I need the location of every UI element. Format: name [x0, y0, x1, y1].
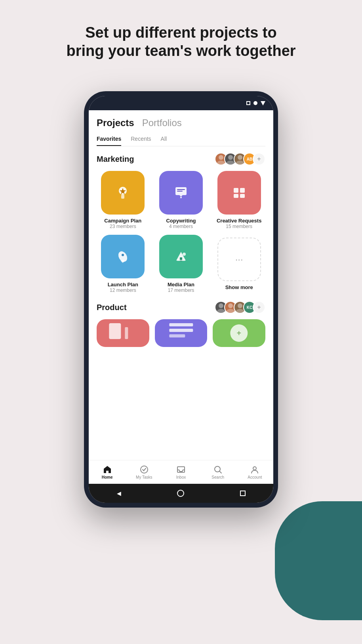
- svg-point-26: [219, 303, 223, 308]
- project-members-copywriting: 4 members: [169, 224, 193, 229]
- nav-home[interactable]: Home: [89, 460, 126, 484]
- avatar-group-product: KC +: [215, 301, 265, 314]
- subtab-recents[interactable]: Recents: [131, 136, 151, 146]
- main-tabs: Projects Portfolios: [97, 117, 265, 130]
- phone-device: Projects Portfolios Favorites Recents Al…: [84, 91, 278, 508]
- project-members-launch-plan: 12 members: [110, 288, 136, 293]
- svg-rect-16: [234, 194, 238, 198]
- show-more-label: Show more: [225, 284, 253, 290]
- section-marketing: Marketing: [97, 153, 265, 293]
- svg-point-30: [238, 303, 242, 308]
- project-icon-creative-requests: [217, 171, 261, 215]
- status-icon-dot: [253, 101, 257, 105]
- project-icon-copywriting: [159, 171, 203, 215]
- section-title-marketing: Marketing: [97, 155, 134, 164]
- svg-point-3: [227, 161, 234, 165]
- svg-rect-10: [177, 189, 185, 190]
- svg-rect-17: [240, 194, 245, 198]
- phone-screen: Projects Portfolios Favorites Recents Al…: [89, 96, 273, 503]
- svg-point-2: [228, 155, 233, 160]
- nav-inbox[interactable]: Inbox: [162, 460, 199, 484]
- project-name-creative-requests: Creative Requests: [217, 218, 261, 224]
- project-name-copywriting: Copywriting: [166, 218, 196, 224]
- tab-portfolios[interactable]: Portfolios: [142, 117, 182, 130]
- project-card-media-plan[interactable]: Media Plan 17 members: [155, 235, 208, 293]
- android-back[interactable]: ◀: [117, 490, 121, 496]
- nav-my-tasks-label: My Tasks: [136, 475, 152, 479]
- project-card-launch-plan[interactable]: Launch Plan 12 members: [97, 235, 149, 293]
- tasks-icon: [140, 465, 149, 474]
- svg-rect-36: [169, 334, 185, 337]
- svg-rect-35: [169, 329, 193, 332]
- phone-body: Projects Portfolios Favorites Recents Al…: [84, 91, 278, 508]
- inbox-icon: [177, 465, 185, 474]
- section-product: Product KC: [97, 301, 265, 347]
- svg-rect-33: [125, 327, 128, 339]
- bottom-nav: Home My Tasks Inbox: [89, 460, 273, 484]
- account-icon: [250, 465, 259, 474]
- scroll-area[interactable]: Marketing: [89, 146, 273, 460]
- svg-rect-24: [177, 260, 185, 261]
- teal-decoration: [275, 501, 362, 620]
- status-icon-triangle: [261, 101, 265, 105]
- avatar-add-product[interactable]: +: [253, 301, 265, 314]
- svg-point-28: [228, 303, 233, 308]
- project-name-media-plan: Media Plan: [168, 282, 194, 288]
- tab-projects[interactable]: Projects: [97, 117, 134, 130]
- sub-tabs: Favorites Recents All: [97, 136, 265, 146]
- svg-text:+: +: [237, 329, 242, 337]
- svg-rect-32: [109, 323, 121, 339]
- section-header-product: Product KC: [97, 301, 265, 314]
- android-recents[interactable]: [240, 491, 246, 496]
- project-members-media-plan: 17 members: [168, 288, 194, 293]
- svg-rect-14: [234, 188, 238, 193]
- project-icon-media-plan: [159, 235, 203, 278]
- headline: Set up different projects tobring your t…: [34, 24, 327, 60]
- product-card-3[interactable]: +: [213, 319, 265, 347]
- status-bar: [89, 96, 273, 110]
- svg-point-25: [183, 253, 186, 256]
- project-grid-marketing: Campaign Plan 23 members: [97, 171, 265, 293]
- svg-point-27: [217, 309, 225, 313]
- svg-point-5: [236, 161, 244, 165]
- app-header: Projects Portfolios Favorites Recents Al…: [89, 110, 273, 146]
- project-members-creative-requests: 15 members: [226, 224, 252, 229]
- avatar-group-marketing: AB +: [215, 153, 265, 165]
- project-icon-launch-plan: [101, 235, 145, 278]
- nav-inbox-label: Inbox: [176, 475, 186, 479]
- project-card-creative-requests[interactable]: Creative Requests 15 members: [213, 171, 265, 229]
- nav-search-label: Search: [211, 475, 224, 479]
- nav-home-label: Home: [102, 475, 113, 479]
- svg-rect-11: [177, 191, 183, 192]
- nav-account[interactable]: Account: [236, 460, 273, 484]
- project-name-campaign-plan: Campaign Plan: [104, 218, 141, 224]
- android-home[interactable]: [177, 490, 184, 497]
- home-icon: [103, 465, 112, 474]
- product-card-2[interactable]: [155, 319, 208, 347]
- nav-account-label: Account: [248, 475, 262, 479]
- svg-point-13: [180, 197, 182, 198]
- svg-rect-8: [121, 195, 124, 199]
- nav-my-tasks[interactable]: My Tasks: [126, 460, 162, 484]
- svg-point-4: [238, 155, 242, 160]
- project-icon-campaign-plan: [101, 171, 145, 215]
- project-card-copywriting[interactable]: Copywriting 4 members: [155, 171, 208, 229]
- show-more-box: ···: [217, 238, 261, 281]
- product-cards: +: [97, 319, 265, 347]
- section-title-product: Product: [97, 303, 127, 312]
- avatar-add-marketing[interactable]: +: [253, 153, 265, 165]
- nav-search[interactable]: Search: [200, 460, 236, 484]
- subtab-all[interactable]: All: [161, 136, 167, 146]
- svg-point-1: [217, 161, 225, 165]
- svg-point-31: [236, 309, 244, 313]
- section-header-marketing: Marketing: [97, 153, 265, 165]
- project-name-launch-plan: Launch Plan: [108, 282, 138, 288]
- svg-point-20: [122, 254, 124, 256]
- svg-point-0: [219, 155, 223, 160]
- product-card-1[interactable]: [97, 319, 149, 347]
- subtab-favorites[interactable]: Favorites: [97, 136, 121, 146]
- status-icon-square: [246, 101, 250, 105]
- android-nav: ◀: [89, 484, 273, 503]
- project-card-campaign-plan[interactable]: Campaign Plan 23 members: [97, 171, 149, 229]
- project-card-show-more[interactable]: ··· Show more: [213, 235, 265, 293]
